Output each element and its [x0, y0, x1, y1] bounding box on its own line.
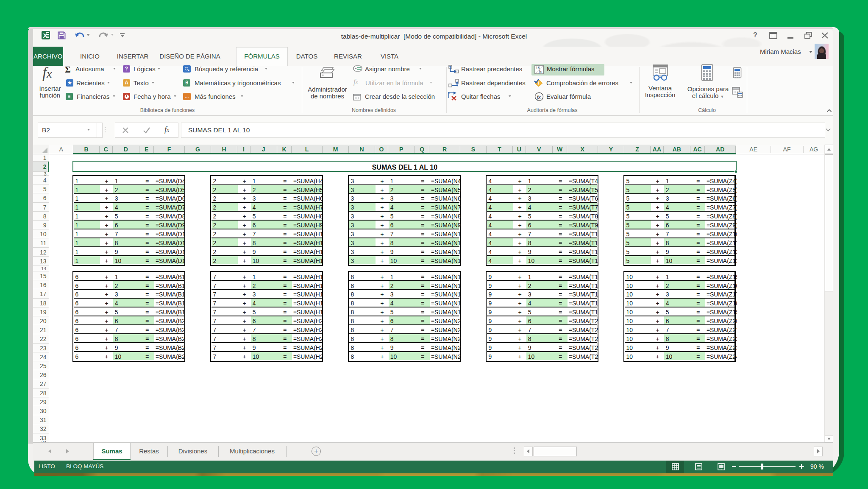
svg-text:fx: fx — [539, 69, 542, 74]
svg-text:!: ! — [538, 80, 540, 87]
svg-text:fx: fx — [537, 94, 541, 100]
